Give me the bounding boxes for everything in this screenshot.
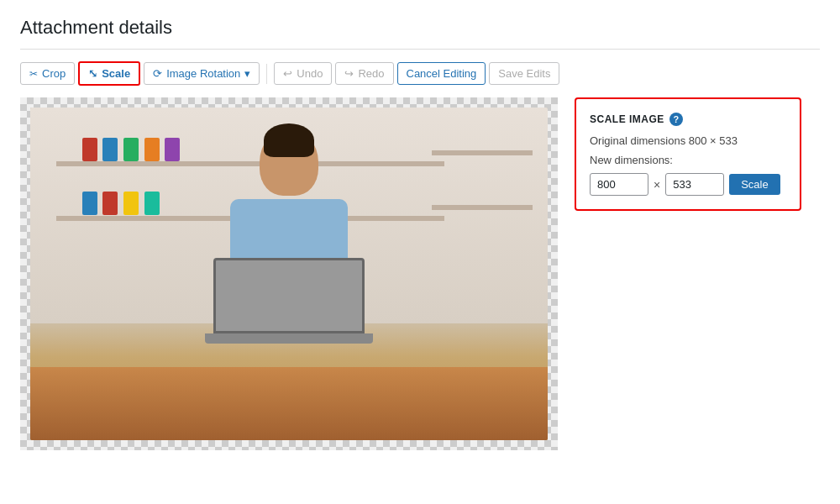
laptop-figure <box>205 258 373 367</box>
image-container <box>20 97 558 450</box>
main-content: SCALE IMAGE ? Original dimensions 800 × … <box>20 97 820 450</box>
redo-icon <box>344 67 354 80</box>
cancel-editing-button[interactable]: Cancel Editing <box>397 62 486 85</box>
undo-button[interactable]: Undo <box>274 62 332 85</box>
width-input[interactable] <box>590 173 648 196</box>
binder-6 <box>82 192 97 215</box>
scale-button[interactable]: Scale <box>78 61 140 86</box>
binder-1 <box>82 138 97 161</box>
undo-label: Undo <box>297 67 323 80</box>
dimensions-separator: × <box>654 178 660 192</box>
laptop-base <box>205 333 373 344</box>
cancel-editing-label: Cancel Editing <box>407 67 477 80</box>
undo-icon <box>283 67 292 80</box>
binder-9 <box>144 192 160 215</box>
save-edits-label: Save Edits <box>498 67 550 80</box>
photo-simulation <box>30 108 548 440</box>
scale-panel: SCALE IMAGE ? Original dimensions 800 × … <box>575 97 801 211</box>
redo-label: Redo <box>358 67 384 80</box>
crop-icon <box>29 67 38 80</box>
person-hair <box>264 123 314 157</box>
crop-label: Crop <box>42 67 66 80</box>
person-head <box>260 129 318 196</box>
help-icon[interactable]: ? <box>669 113 683 126</box>
redo-button[interactable]: Redo <box>335 62 393 85</box>
toolbar-separator <box>266 64 267 84</box>
shelf-right-2 <box>432 205 533 210</box>
image-rotation-button[interactable]: Image Rotation ▾ <box>144 62 260 85</box>
binder-2 <box>102 138 118 161</box>
dropdown-arrow-icon: ▾ <box>244 67 250 80</box>
rotation-icon <box>153 67 162 80</box>
scale-icon <box>88 67 97 80</box>
laptop-screen <box>213 258 365 333</box>
binder-8 <box>123 192 139 215</box>
shelf-right-1 <box>432 150 533 155</box>
binder-7 <box>102 192 118 215</box>
page-title: Attachment details <box>20 17 820 50</box>
scale-label: Scale <box>102 67 130 80</box>
dimensions-inputs: × Scale <box>590 173 786 196</box>
binder-3 <box>123 138 139 161</box>
crop-button[interactable]: Crop <box>20 62 75 85</box>
scale-panel-header: SCALE IMAGE ? <box>590 113 786 126</box>
save-edits-button[interactable]: Save Edits <box>489 62 559 85</box>
rotation-label: Image Rotation <box>166 67 240 80</box>
scale-panel-title: SCALE IMAGE <box>590 113 664 125</box>
new-dimensions-label: New dimensions: <box>590 154 786 166</box>
height-input[interactable] <box>665 173 724 196</box>
toolbar: Crop Scale Image Rotation ▾ Undo Redo Ca… <box>20 61 820 86</box>
binder-4 <box>144 138 160 161</box>
image-placeholder <box>30 108 548 440</box>
desk-surface <box>30 367 548 440</box>
original-dimensions-label: Original dimensions 800 × 533 <box>590 134 786 147</box>
scale-submit-button[interactable]: Scale <box>729 174 780 195</box>
binder-5 <box>165 138 180 161</box>
